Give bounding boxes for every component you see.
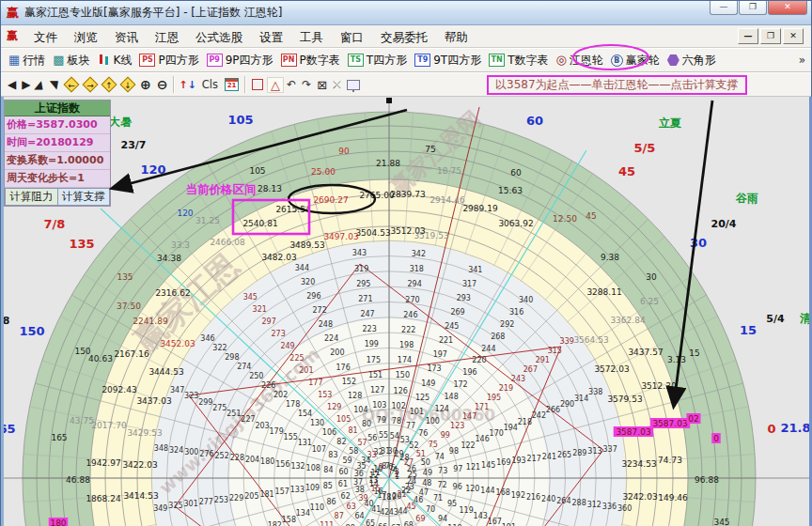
svg-text:266: 266 (546, 406, 560, 414)
svg-text:145: 145 (481, 461, 495, 470)
svg-text:40.63: 40.63 (88, 354, 113, 364)
menu-item-交易委托[interactable]: 交易委托 (372, 27, 436, 47)
svg-text:2540.81: 2540.81 (242, 219, 277, 228)
delete-box-icon[interactable]: ⊠ (314, 78, 330, 92)
maximize-button[interactable]: ❐ (739, 1, 767, 15)
svg-text:240: 240 (541, 495, 555, 503)
svg-text:84: 84 (323, 466, 333, 474)
svg-text:50: 50 (421, 458, 430, 467)
mdi-restore-button[interactable]: ❐ (760, 28, 781, 44)
zoom-out-icon[interactable]: ⊖ (154, 77, 171, 92)
toolbar-item-kline[interactable]: K线 (94, 51, 136, 70)
toolbar-item-winner-wheel[interactable]: B赢家轮 (607, 51, 664, 70)
svg-text:176: 176 (336, 364, 350, 372)
clear-marks-icon[interactable]: ⤬ (330, 79, 344, 91)
zoom-in-icon[interactable]: ⊕ (137, 77, 154, 92)
menu-item-江恩[interactable]: 江恩 (147, 27, 187, 47)
menu-item-公式选股[interactable]: 公式选股 (187, 27, 251, 47)
svg-text:345: 345 (713, 518, 729, 526)
shift-up-icon[interactable]: ↑ (101, 77, 117, 93)
toolbar-item-t-number-table[interactable]: TNT数字表 (485, 51, 552, 70)
svg-text:120: 120 (465, 485, 479, 493)
svg-text:179: 179 (270, 427, 284, 436)
svg-text:218: 218 (518, 418, 532, 426)
square-tool-icon[interactable] (252, 79, 263, 90)
svg-text:121: 121 (466, 463, 480, 472)
toolbar-item-sector-blocks[interactable]: ▩板块 (49, 51, 93, 70)
shift-right-icon[interactable]: → (82, 77, 98, 93)
menu-item-窗口[interactable]: 窗口 (332, 27, 372, 47)
svg-text:谷雨: 谷雨 (735, 192, 758, 205)
toolbar-item-nine-t-square[interactable]: T99T四方形 (411, 51, 485, 70)
calc-support-button[interactable]: 计算支撑 (57, 188, 111, 206)
menu-item-浏览[interactable]: 浏览 (66, 27, 106, 47)
toolbar-item-hexagon[interactable]: 六角形 (664, 51, 720, 70)
menu-item-设置[interactable]: 设置 (251, 27, 291, 47)
svg-text:250: 250 (249, 372, 263, 380)
svg-text:269: 269 (450, 308, 464, 317)
window-controls: — ❐ ✕ (709, 1, 807, 15)
svg-text:69: 69 (415, 515, 425, 523)
p-square-icon: PS (139, 54, 155, 67)
mdi-minimize-button[interactable]: — (738, 28, 758, 44)
toolbar-overflow-chevron[interactable]: » (799, 54, 805, 67)
menu-item-资讯[interactable]: 资讯 (106, 27, 147, 47)
menu-item-帮助[interactable]: 帮助 (436, 27, 476, 47)
index-info-panel: 上证指数 价格=3587.0300时间=20180129变换系数=1.00000… (4, 100, 111, 207)
menu-item-工具[interactable]: 工具 (291, 27, 332, 47)
toolbar-item-label: 六角形 (682, 53, 716, 69)
cls-button[interactable]: Cls (198, 78, 222, 91)
svg-text:171: 171 (475, 403, 489, 411)
kline-icon (98, 54, 111, 67)
svg-text:6.25: 6.25 (640, 297, 659, 306)
svg-text:318: 318 (410, 265, 424, 273)
screen-flag-icon[interactable] (347, 80, 360, 90)
toolbar-item-t-square[interactable]: TST四方形 (344, 51, 411, 70)
svg-text:3437.03: 3437.03 (136, 396, 171, 406)
svg-text:149: 149 (421, 379, 435, 388)
svg-text:150: 150 (396, 371, 410, 379)
svg-text:87: 87 (335, 512, 344, 520)
menu-bar: 赢 文件浏览资讯江恩公式选股设置工具窗口交易委托帮助 —❐✕ (1, 25, 811, 48)
toolbar-item-nine-p-square[interactable]: P99P四方形 (203, 51, 277, 70)
svg-text:253: 253 (214, 496, 228, 504)
svg-text:99: 99 (441, 431, 450, 440)
panel-buttons: 计算阻力计算支撑 (5, 188, 110, 206)
top-bottom-icon[interactable]: ↑↓ (177, 79, 197, 91)
svg-text:2690.27: 2690.27 (313, 195, 348, 205)
menu-item-文件[interactable]: 文件 (25, 27, 66, 47)
rotate-down-icon[interactable]: ▼ (45, 78, 64, 91)
svg-text:168: 168 (496, 488, 510, 497)
svg-text:243: 243 (511, 375, 525, 383)
svg-text:0: 0 (713, 434, 719, 443)
shift-left-icon[interactable]: ← (63, 77, 79, 93)
gann-wheel-chart[interactable]: 赢家江恩www.yingjia360.com赢家江恩网QQ:1006003601… (1, 97, 812, 526)
svg-text:289: 289 (572, 449, 586, 457)
minimize-button[interactable]: — (710, 1, 738, 15)
rotate-ccw-icon[interactable]: ↶ (284, 78, 299, 91)
calendar-icon[interactable]: 21 (225, 78, 239, 91)
triangle-tool-icon[interactable]: △ (267, 77, 284, 93)
svg-text:2839.73: 2839.73 (390, 190, 425, 199)
svg-text:154: 154 (298, 410, 312, 418)
toolbar-item-p-number-table[interactable]: PNP数字表 (277, 51, 344, 70)
shift-down-icon[interactable]: ↓ (119, 77, 135, 93)
svg-text:203: 203 (255, 422, 269, 430)
svg-text:104: 104 (353, 406, 367, 414)
mdi-close-button[interactable]: ✕ (783, 28, 804, 44)
rotate-cw-icon[interactable]: ↷ (299, 78, 314, 91)
toolbar-item-p-square[interactable]: PSP四方形 (135, 51, 202, 70)
svg-text:172: 172 (453, 380, 467, 389)
p-number-table-icon: PN (281, 54, 297, 67)
svg-text:30: 30 (646, 272, 657, 282)
toolbar-item-quote-table[interactable]: ▦行情 (5, 51, 49, 70)
prev-icon[interactable]: ◀ (5, 78, 19, 91)
svg-text:195: 195 (487, 394, 501, 402)
toolbar-item-gann-wheel[interactable]: ◎江恩轮 (553, 51, 607, 70)
svg-text:106: 106 (322, 428, 336, 437)
calc-resistance-button[interactable]: 计算阻力 (5, 188, 57, 206)
svg-text:346: 346 (200, 334, 214, 343)
close-button[interactable]: ✕ (768, 1, 807, 15)
toolbar-primary: ▦行情▩板块K线PSP四方形P99P四方形PNP数字表TST四方形T99T四方形… (1, 48, 811, 72)
nine-p-square-icon: P9 (207, 54, 223, 67)
